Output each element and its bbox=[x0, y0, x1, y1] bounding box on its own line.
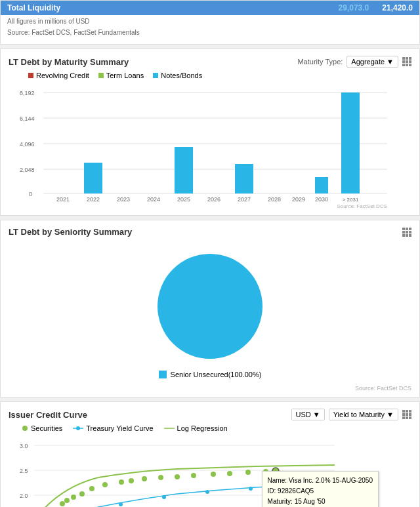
curve-legend: Securities Treasury Yield Curve Log Regr… bbox=[9, 424, 411, 432]
curve-grid-icon[interactable] bbox=[402, 410, 411, 419]
svg-point-33 bbox=[158, 254, 262, 359]
svg-rect-28 bbox=[315, 177, 328, 193]
legend-revolving-credit-label: Revolving Credit bbox=[36, 71, 89, 79]
legend-regression: Log Regression bbox=[164, 424, 228, 432]
legend-term-loans-label: Term Loans bbox=[106, 71, 144, 79]
legend-securities: Securities bbox=[22, 424, 62, 432]
note-source: Source: FactSet DCS, FactSet Fundamental… bbox=[7, 29, 413, 36]
svg-point-52 bbox=[205, 490, 209, 494]
legend-treasury: Treasury Yield Curve bbox=[73, 424, 153, 432]
svg-text:2028: 2028 bbox=[268, 196, 281, 203]
svg-point-60 bbox=[60, 501, 65, 506]
issuer-credit-curve-section: Issuer Credit Curve USD ▼ Yield to Matur… bbox=[0, 401, 420, 507]
svg-point-64 bbox=[89, 486, 94, 491]
tooltip-name: Name: Visa Inc. 2.0% 15-AUG-2050 bbox=[268, 476, 373, 486]
svg-point-70 bbox=[175, 474, 180, 479]
maturity-bar-chart: 8,192 6,144 4,096 2,048 0 2021 2022 2023… bbox=[9, 83, 411, 208]
svg-point-50 bbox=[119, 502, 123, 506]
maturity-legend: Revolving Credit Term Loans Notes/Bonds bbox=[9, 71, 411, 79]
senior-unsecured-color bbox=[159, 371, 167, 378]
svg-point-63 bbox=[79, 491, 85, 497]
svg-point-34 bbox=[22, 426, 28, 431]
svg-point-74 bbox=[245, 470, 251, 475]
senior-unsecured-label: Senior Unsecured(100.00%) bbox=[171, 371, 262, 378]
svg-point-61 bbox=[64, 498, 70, 503]
legend-securities-label: Securities bbox=[31, 424, 62, 432]
seniority-pie-container: Senior Unsecured(100.00%) bbox=[9, 241, 411, 385]
total-liquidity-bar: Total Liquidity 29,073.0 21,420.0 bbox=[1, 1, 419, 15]
svg-point-72 bbox=[211, 472, 216, 477]
svg-text:0: 0 bbox=[29, 191, 32, 197]
tooltip-id: ID: 92826CAQ5 bbox=[268, 486, 373, 497]
svg-text:3.0: 3.0 bbox=[20, 443, 28, 449]
legend-notes-bonds-label: Notes/Bonds bbox=[161, 71, 202, 79]
total-liquidity-value1: 29,073.0 bbox=[339, 3, 369, 12]
svg-point-53 bbox=[249, 487, 253, 491]
svg-point-67 bbox=[129, 478, 134, 483]
issuer-credit-curve-title: Issuer Credit Curve bbox=[9, 410, 87, 420]
note-currency: All figures in millions of USD bbox=[7, 18, 413, 25]
legend-revolving-credit: Revolving Credit bbox=[28, 71, 89, 79]
seniority-grid-icon[interactable] bbox=[402, 228, 411, 237]
svg-text:2026: 2026 bbox=[207, 196, 220, 203]
svg-point-73 bbox=[227, 471, 232, 476]
svg-text:2024: 2024 bbox=[147, 196, 160, 203]
svg-text:2023: 2023 bbox=[117, 196, 130, 203]
svg-text:2.0: 2.0 bbox=[20, 493, 28, 499]
total-liquidity-label: Total Liquidity bbox=[7, 3, 60, 12]
legend-revolving-credit-color bbox=[28, 73, 33, 78]
curve-tooltip: Name: Visa Inc. 2.0% 15-AUG-2050 ID: 928… bbox=[262, 471, 379, 507]
seniority-legend: Senior Unsecured(100.00%) bbox=[159, 371, 262, 378]
svg-text:2027: 2027 bbox=[238, 196, 251, 203]
svg-text:2,048: 2,048 bbox=[20, 167, 35, 173]
svg-rect-30 bbox=[341, 92, 360, 193]
lt-debt-seniority-section: LT Debt by Seniority Summary Senior Unse… bbox=[0, 220, 420, 397]
svg-rect-18 bbox=[175, 147, 193, 193]
svg-text:2030: 2030 bbox=[315, 196, 328, 203]
seniority-source: Source: FactSet DCS bbox=[9, 385, 411, 392]
currency-dropdown[interactable]: USD ▼ bbox=[291, 409, 325, 420]
lt-debt-maturity-title: LT Debt by Maturity Summary bbox=[9, 57, 129, 67]
svg-point-71 bbox=[191, 473, 196, 478]
legend-term-loans-color bbox=[98, 73, 104, 78]
maturity-type-label: Maturity Type: bbox=[297, 58, 343, 66]
svg-rect-22 bbox=[235, 164, 253, 193]
svg-rect-12 bbox=[84, 163, 102, 193]
svg-text:6,144: 6,144 bbox=[20, 115, 35, 122]
svg-point-69 bbox=[158, 475, 163, 480]
svg-text:2.5: 2.5 bbox=[20, 468, 28, 474]
svg-point-62 bbox=[71, 495, 76, 500]
lt-debt-maturity-section: LT Debt by Maturity Summary Maturity Typ… bbox=[0, 49, 420, 216]
curve-chart-wrapper: 3.0 2.5 2.0 1.5 1.0 bbox=[9, 435, 411, 507]
maturity-type-dropdown[interactable]: Aggregate ▼ bbox=[346, 56, 398, 68]
legend-regression-label: Log Regression bbox=[177, 424, 228, 432]
svg-point-65 bbox=[102, 482, 108, 487]
legend-notes-bonds: Notes/Bonds bbox=[153, 71, 202, 79]
seniority-pie-chart bbox=[151, 247, 269, 365]
legend-treasury-label: Treasury Yield Curve bbox=[86, 424, 153, 432]
svg-text:4,096: 4,096 bbox=[20, 141, 35, 148]
legend-notes-bonds-color bbox=[153, 73, 158, 78]
svg-text:2029: 2029 bbox=[292, 196, 305, 203]
svg-text:> 2031: > 2031 bbox=[343, 197, 359, 203]
svg-point-51 bbox=[162, 495, 166, 499]
svg-text:2021: 2021 bbox=[56, 196, 70, 203]
yield-dropdown[interactable]: Yield to Maturity ▼ bbox=[329, 409, 398, 420]
lt-debt-seniority-title: LT Debt by Seniority Summary bbox=[9, 227, 132, 237]
svg-text:2025: 2025 bbox=[177, 196, 190, 203]
total-liquidity-value2: 21,420.0 bbox=[382, 3, 413, 12]
svg-text:2022: 2022 bbox=[87, 196, 100, 203]
svg-text:8,192: 8,192 bbox=[20, 90, 35, 96]
tooltip-maturity: Maturity: 15 Aug '50 bbox=[268, 497, 373, 507]
grid-view-icon[interactable] bbox=[402, 57, 411, 66]
svg-point-68 bbox=[142, 476, 147, 481]
svg-point-66 bbox=[119, 479, 124, 485]
svg-text:Source: FactSet DCS: Source: FactSet DCS bbox=[337, 203, 387, 208]
legend-term-loans: Term Loans bbox=[98, 71, 144, 79]
